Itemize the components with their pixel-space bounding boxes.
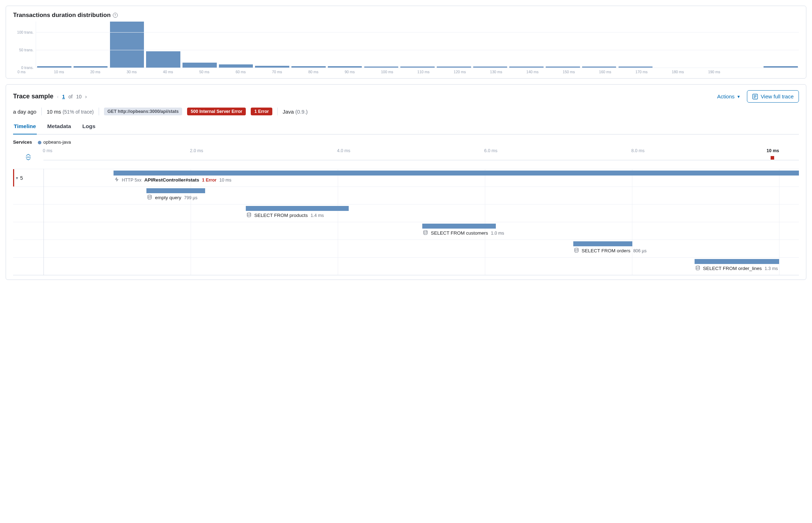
span-duration: 1.4 ms	[311, 213, 324, 218]
trace-tabs: TimelineMetadataLogs	[13, 120, 799, 134]
pager-sep: of	[69, 94, 73, 99]
waterfall-row[interactable]: SELECT FROM customers1.0 ms	[13, 222, 799, 240]
x-tick-label	[744, 68, 781, 74]
waterfall-body: ▾5HTTP 5xxAPIRestController#stats1 Error…	[13, 169, 799, 275]
x-tick-label: 90 ms	[345, 68, 381, 74]
histogram-bar[interactable]	[219, 64, 253, 68]
waterfall-time-axis: 0 ms2.0 ms4.0 ms6.0 ms8.0 ms10 ms	[44, 148, 799, 160]
svg-point-6	[247, 213, 251, 214]
expand-toggle-icon[interactable]: ▾	[16, 176, 18, 180]
trace-icon	[752, 94, 758, 99]
actions-dropdown[interactable]: Actions ▼	[717, 93, 741, 99]
span-bar[interactable]	[695, 259, 779, 264]
x-tick-label: 110 ms	[417, 68, 454, 74]
waterfall-row[interactable]: ▾5HTTP 5xxAPIRestController#stats1 Error…	[13, 169, 799, 186]
y-tick-label: 50 trans.	[19, 48, 34, 52]
x-tick-label: 50 ms	[199, 68, 236, 74]
x-tick-label: 100 ms	[381, 68, 417, 74]
span-name: SELECT FROM order_lines	[703, 266, 762, 271]
database-icon	[574, 248, 579, 254]
collapse-all-icon[interactable]	[25, 154, 31, 160]
pager-prev-icon: ‹	[57, 94, 59, 99]
span-error-label: 1 Error	[202, 178, 216, 183]
trace-pager: ‹ 1 of 10 ›	[57, 94, 87, 99]
span-name: SELECT FROM orders	[582, 248, 631, 253]
x-tick-label: 180 ms	[672, 68, 708, 74]
service-legend-item: opbeans-java	[38, 139, 71, 145]
histogram-plot[interactable]	[36, 22, 799, 68]
histogram-bar[interactable]	[146, 51, 180, 68]
histogram-bar[interactable]	[110, 22, 144, 68]
span-bar[interactable]	[422, 224, 496, 229]
view-full-trace-button[interactable]: View full trace	[747, 90, 799, 103]
x-tick-label: 60 ms	[236, 68, 272, 74]
waterfall-row[interactable]: SELECT FROM orders806 µs	[13, 240, 799, 257]
span-bar[interactable]	[573, 241, 633, 246]
span-label: SELECT FROM order_lines1.3 ms	[695, 265, 778, 271]
span-name: SELECT FROM products	[254, 213, 308, 218]
pager-next-icon[interactable]: ›	[85, 94, 87, 99]
x-tick-label: 190 ms	[708, 68, 744, 74]
span-bar[interactable]	[114, 171, 799, 176]
child-count: 5	[20, 175, 23, 181]
histogram-y-axis: 0 trans.50 trans.100 trans.	[13, 22, 36, 68]
span-label: SELECT FROM products1.4 ms	[246, 212, 324, 218]
status-badge: 500 Internal Server Error	[187, 108, 246, 115]
time-tick: 4.0 ms	[337, 148, 350, 153]
trace-duration: 10 ms (51% of trace)	[47, 109, 94, 115]
request-badge: GET http://opbeans:3000/api/stats	[104, 108, 182, 115]
legend-dot-icon	[38, 141, 41, 144]
span-duration: 10 ms	[219, 178, 231, 183]
pager-current[interactable]: 1	[62, 94, 65, 99]
tab-timeline[interactable]: Timeline	[13, 120, 37, 134]
x-tick-label: 40 ms	[163, 68, 199, 74]
trace-language: Java (0.9.)	[283, 109, 308, 115]
svg-point-8	[575, 248, 578, 249]
x-tick-label: 20 ms	[90, 68, 127, 74]
x-tick-label: 10 ms	[54, 68, 90, 74]
span-name: empty query	[155, 195, 181, 200]
x-tick-label: 140 ms	[526, 68, 563, 74]
histogram-x-axis: 0 ms10 ms20 ms30 ms40 ms50 ms60 ms70 ms8…	[36, 68, 799, 74]
span-duration: 806 µs	[633, 248, 646, 253]
tab-metadata[interactable]: Metadata	[47, 120, 72, 134]
span-duration: 1.3 ms	[765, 266, 778, 271]
svg-point-5	[148, 195, 151, 196]
histogram-chart: 0 trans.50 trans.100 trans.	[13, 22, 799, 68]
histogram-bar[interactable]	[182, 63, 217, 68]
span-name: APIRestController#stats	[144, 177, 199, 183]
span-bar[interactable]	[146, 188, 205, 193]
error-marker-icon	[771, 156, 774, 160]
waterfall-row[interactable]: SELECT FROM products1.4 ms	[13, 204, 799, 222]
x-tick-label: 70 ms	[272, 68, 308, 74]
actions-label: Actions	[717, 93, 735, 99]
x-tick-label: 30 ms	[127, 68, 163, 74]
span-name: SELECT FROM customers	[431, 230, 488, 236]
chevron-down-icon: ▼	[737, 94, 741, 99]
waterfall: 0 ms2.0 ms4.0 ms6.0 ms8.0 ms10 ms ▾5HTTP…	[13, 148, 799, 275]
span-label: SELECT FROM orders806 µs	[574, 248, 647, 254]
x-tick-label: 120 ms	[454, 68, 490, 74]
trace-sample-panel: Trace sample ‹ 1 of 10 › Actions ▼	[6, 84, 806, 280]
time-tick: 2.0 ms	[190, 148, 203, 153]
histogram-title: Transactions duration distribution	[13, 12, 111, 19]
x-tick-label: 160 ms	[599, 68, 636, 74]
database-icon	[695, 265, 700, 271]
tab-logs[interactable]: Logs	[82, 120, 96, 134]
pager-total: 10	[76, 94, 82, 99]
help-icon[interactable]: ?	[113, 13, 118, 18]
svg-point-7	[424, 230, 427, 232]
time-tick: 6.0 ms	[484, 148, 498, 153]
waterfall-row[interactable]: SELECT FROM order_lines1.3 ms	[13, 257, 799, 275]
time-tick: 8.0 ms	[631, 148, 645, 153]
trace-age: a day ago	[13, 109, 36, 115]
x-tick-label: 0 ms	[18, 68, 54, 74]
database-icon	[246, 212, 251, 218]
span-label: empty query799 µs	[147, 195, 197, 201]
span-bar[interactable]	[246, 206, 349, 211]
time-tick: 10 ms	[767, 148, 779, 153]
trace-title: Trace sample	[13, 93, 53, 100]
error-count-badge: 1 Error	[251, 108, 272, 115]
x-tick-label: 80 ms	[308, 68, 345, 74]
waterfall-row[interactable]: empty query799 µs	[13, 186, 799, 204]
